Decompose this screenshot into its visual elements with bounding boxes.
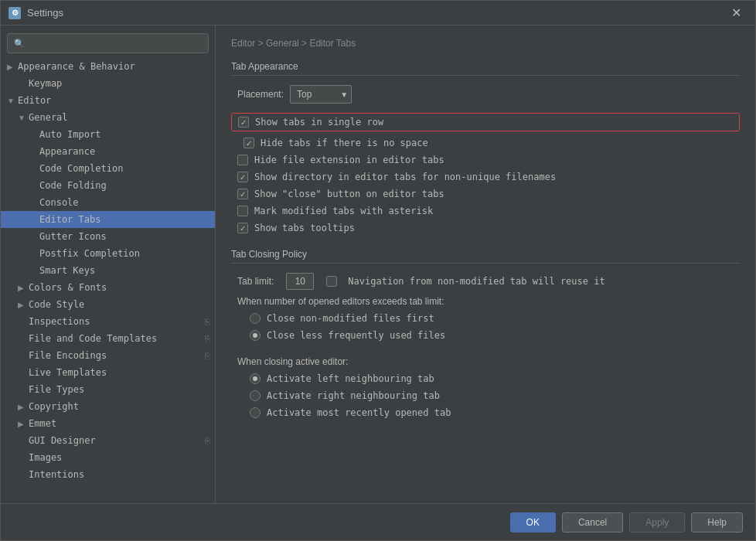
sidebar-item-live-templates[interactable]: Live Templates xyxy=(1,364,215,381)
arrow-icon: ▶ xyxy=(18,284,29,292)
tab-limit-row: Tab limit: Navigation from non-modified … xyxy=(231,273,740,290)
radio-label: Activate right neighbouring tab xyxy=(267,390,440,401)
radio-button-activate-left[interactable] xyxy=(250,373,261,384)
sidebar-item-intentions[interactable]: Intentions xyxy=(1,466,215,483)
sidebar-item-images[interactable]: Images xyxy=(1,449,215,466)
sidebar-item-label: Editor Tabs xyxy=(39,214,100,225)
tab-appearance-title: Tab Appearance xyxy=(231,61,740,76)
option-hide-tabs-no-space[interactable]: Hide tabs if there is no space xyxy=(231,138,740,148)
tab-limit-input[interactable] xyxy=(286,273,314,290)
sidebar-item-postfix-completion[interactable]: Postfix Completion xyxy=(1,245,215,262)
sidebar-item-general[interactable]: ▼ General xyxy=(1,109,215,126)
sidebar-item-label: Code Folding xyxy=(39,180,107,191)
main-panel: Editor > General > Editor Tabs Tab Appea… xyxy=(216,26,755,503)
arrow-icon: ▼ xyxy=(7,97,18,105)
radio-close-less-frequent[interactable]: Close less frequently used files xyxy=(231,330,740,341)
radio-label: Close less frequently used files xyxy=(267,330,445,341)
checkbox-show-tabs-single-row[interactable] xyxy=(238,117,249,128)
arrow-icon: ▶ xyxy=(18,403,29,411)
settings-window: ⚙ Settings ✕ 🔍 ▶ Appearance & Behavior K… xyxy=(0,0,756,541)
sidebar-item-label: Emmet xyxy=(29,418,56,429)
checkbox-hide-file-extension[interactable] xyxy=(237,155,248,165)
sidebar-item-label: Appearance & Behavior xyxy=(18,61,135,72)
sidebar-item-emmet[interactable]: ▶ Emmet xyxy=(1,415,215,432)
option-label: Mark modified tabs with asterisk xyxy=(254,206,433,216)
option-label: Show tabs tooltips xyxy=(254,223,355,233)
sidebar-item-label: GUI Designer xyxy=(29,435,96,446)
placement-dropdown[interactable]: Top ▼ xyxy=(290,85,352,104)
option-label: Hide tabs if there is no space xyxy=(261,138,428,148)
checkbox-nav-reuse[interactable] xyxy=(326,276,337,287)
search-input[interactable] xyxy=(28,38,202,49)
option-show-tabs-single-row[interactable]: Show tabs in single row xyxy=(231,113,740,131)
radio-activate-left[interactable]: Activate left neighbouring tab xyxy=(231,373,740,384)
when-closing-label: When closing active editor: xyxy=(231,356,740,367)
checkbox-mark-modified[interactable] xyxy=(237,206,248,216)
breadcrumb: Editor > General > Editor Tabs xyxy=(231,38,740,49)
option-label: Hide file extension in editor tabs xyxy=(254,155,444,165)
sidebar-item-appearance[interactable]: Appearance xyxy=(1,143,215,160)
sidebar-item-gutter-icons[interactable]: Gutter Icons xyxy=(1,228,215,245)
sidebar-item-label: Postfix Completion xyxy=(39,248,140,259)
dropdown-arrow-icon: ▼ xyxy=(340,90,348,99)
search-icon: 🔍 xyxy=(14,39,25,49)
sidebar-item-auto-import[interactable]: Auto Import xyxy=(1,126,215,143)
sidebar-item-appearance-behavior[interactable]: ▶ Appearance & Behavior xyxy=(1,58,215,75)
option-show-close-button[interactable]: Show "close" button on editor tabs xyxy=(231,189,740,199)
sidebar-item-label: Colors & Fonts xyxy=(29,282,107,293)
sidebar-item-copyright[interactable]: ▶ Copyright xyxy=(1,398,215,415)
option-label: Show tabs in single row xyxy=(255,117,383,128)
sidebar-item-keymap[interactable]: Keymap xyxy=(1,75,215,92)
app-icon: ⚙ xyxy=(9,7,21,19)
radio-label: Activate most recently opened tab xyxy=(267,407,451,418)
sidebar-item-gui-designer[interactable]: GUI Designer ⎘ xyxy=(1,432,215,449)
search-box[interactable]: 🔍 xyxy=(7,33,209,53)
sidebar-item-file-and-code-templates[interactable]: File and Code Templates ⎘ xyxy=(1,330,215,347)
copy-icon: ⎘ xyxy=(205,317,210,326)
help-button[interactable]: Help xyxy=(691,512,743,532)
sidebar-item-editor[interactable]: ▼ Editor xyxy=(1,92,215,109)
option-show-directory[interactable]: Show directory in editor tabs for non-un… xyxy=(231,172,740,182)
copy-icon: ⎘ xyxy=(205,351,210,360)
sidebar-item-colors-fonts[interactable]: ▶ Colors & Fonts xyxy=(1,279,215,296)
sidebar-item-label: Inspections xyxy=(29,316,90,327)
sidebar-item-label: Gutter Icons xyxy=(39,231,107,242)
ok-button[interactable]: OK xyxy=(510,512,556,532)
sidebar-item-label: Code Completion xyxy=(39,163,123,174)
arrow-icon: ▶ xyxy=(18,301,29,309)
radio-label: Close non-modified files first xyxy=(267,313,434,324)
radio-button-activate-right[interactable] xyxy=(250,390,261,401)
sidebar-item-label: Appearance xyxy=(39,146,95,157)
cancel-button[interactable]: Cancel xyxy=(562,512,623,532)
radio-activate-right[interactable]: Activate right neighbouring tab xyxy=(231,390,740,401)
sidebar-item-code-folding[interactable]: Code Folding xyxy=(1,177,215,194)
checkbox-hide-tabs-no-space[interactable] xyxy=(243,138,254,148)
sidebar-item-code-completion[interactable]: Code Completion xyxy=(1,160,215,177)
sidebar-item-file-encodings[interactable]: File Encodings ⎘ xyxy=(1,347,215,364)
option-show-tooltips[interactable]: Show tabs tooltips xyxy=(231,223,740,233)
sidebar-item-code-style[interactable]: ▶ Code Style xyxy=(1,296,215,313)
radio-button-close-less-frequent[interactable] xyxy=(250,330,261,341)
checkbox-show-directory[interactable] xyxy=(237,172,248,182)
radio-close-non-modified[interactable]: Close non-modified files first xyxy=(231,313,740,324)
radio-button-close-non-modified[interactable] xyxy=(250,313,261,324)
option-hide-file-extension[interactable]: Hide file extension in editor tabs xyxy=(231,155,740,165)
sidebar-item-smart-keys[interactable]: Smart Keys xyxy=(1,262,215,279)
titlebar: ⚙ Settings ✕ xyxy=(1,1,755,26)
close-button[interactable]: ✕ xyxy=(725,2,747,23)
sidebar-item-label: Intentions xyxy=(29,469,84,480)
sidebar-item-inspections[interactable]: Inspections ⎘ xyxy=(1,313,215,330)
option-mark-modified[interactable]: Mark modified tabs with asterisk xyxy=(231,206,740,216)
copy-icon: ⎘ xyxy=(205,436,210,445)
sidebar-item-editor-tabs[interactable]: Editor Tabs xyxy=(1,211,215,228)
checkbox-show-tooltips[interactable] xyxy=(237,223,248,233)
apply-button[interactable]: Apply xyxy=(629,512,685,532)
checkbox-show-close-button[interactable] xyxy=(237,189,248,199)
sidebar-item-label: Code Style xyxy=(29,299,84,310)
option-label: Show "close" button on editor tabs xyxy=(254,189,444,199)
sidebar-item-label: File Encodings xyxy=(29,350,107,361)
radio-button-activate-recent[interactable] xyxy=(250,407,261,418)
sidebar-item-console[interactable]: Console xyxy=(1,194,215,211)
sidebar-item-file-types[interactable]: File Types xyxy=(1,381,215,398)
radio-activate-recent[interactable]: Activate most recently opened tab xyxy=(231,407,740,418)
